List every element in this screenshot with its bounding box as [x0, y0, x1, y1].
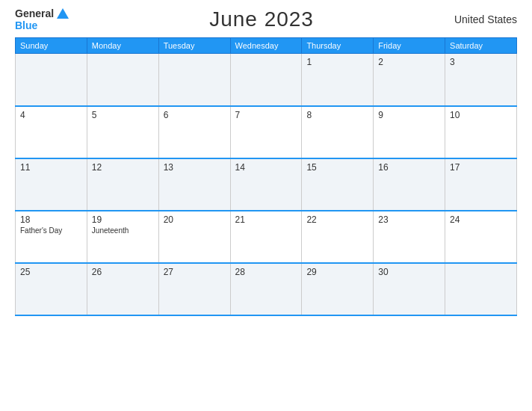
calendar-cell-w5-d1: 25	[16, 263, 87, 315]
day-number: 16	[378, 162, 440, 173]
day-number: 12	[92, 162, 154, 173]
calendar-cell-w2-d5: 8	[302, 106, 374, 158]
calendar-cell-w3-d1: 11	[16, 158, 87, 211]
day-number: 17	[450, 162, 512, 173]
calendar-cell-w1-d3	[158, 54, 230, 106]
day-number: 2	[378, 57, 440, 67]
calendar-cell-w3-d7: 17	[445, 158, 517, 211]
calendar-cell-w1-d7: 3	[445, 54, 517, 106]
day-number: 13	[164, 162, 226, 173]
country-label: United States	[454, 13, 517, 25]
calendar-cell-w3-d4: 14	[230, 158, 302, 211]
calendar-week-4: 18Father's Day19Juneteenth2021222324	[16, 211, 517, 263]
day-number: 7	[235, 110, 297, 120]
day-number: 18	[20, 214, 82, 225]
calendar-table: Sunday Monday Tuesday Wednesday Thursday…	[15, 37, 517, 316]
day-number: 6	[164, 110, 226, 120]
calendar-cell-w4-d3: 20	[158, 211, 230, 263]
col-monday: Monday	[87, 38, 158, 54]
holiday-label: Father's Day	[20, 226, 82, 235]
calendar-cell-w2-d4: 7	[230, 106, 302, 158]
day-number: 30	[378, 267, 440, 277]
calendar-cell-w2-d2: 5	[87, 106, 158, 158]
day-number: 20	[164, 214, 226, 225]
day-number: 9	[378, 110, 440, 120]
calendar-cell-w4-d2: 19Juneteenth	[87, 211, 158, 263]
calendar-header-row: Sunday Monday Tuesday Wednesday Thursday…	[16, 38, 517, 54]
calendar-cell-w5-d5: 29	[302, 263, 374, 315]
day-number: 25	[20, 267, 82, 277]
calendar-cell-w5-d3: 27	[158, 263, 230, 315]
calendar-cell-w5-d4: 28	[230, 263, 302, 315]
col-friday: Friday	[374, 38, 445, 54]
calendar-cell-w5-d2: 26	[87, 263, 158, 315]
calendar-cell-w3-d6: 16	[374, 158, 445, 211]
page-header: General Blue June 2023 United States	[15, 7, 517, 31]
calendar-cell-w2-d7: 10	[445, 106, 517, 158]
calendar-week-2: 45678910	[16, 106, 517, 158]
calendar-cell-w2-d3: 6	[158, 106, 230, 158]
logo-blue-text: Blue	[15, 19, 37, 31]
day-number: 15	[306, 162, 368, 173]
calendar-cell-w2-d1: 4	[16, 106, 87, 158]
day-number: 28	[235, 267, 297, 277]
calendar-cell-w1-d4	[230, 54, 302, 106]
col-thursday: Thursday	[302, 38, 374, 54]
calendar-cell-w1-d6: 2	[374, 54, 445, 106]
day-number: 22	[306, 214, 368, 225]
calendar-cell-w5-d7	[445, 263, 517, 315]
day-number: 26	[92, 267, 154, 277]
calendar-cell-w4-d7: 24	[445, 211, 517, 263]
col-wednesday: Wednesday	[230, 38, 302, 54]
holiday-label: Juneteenth	[92, 226, 154, 235]
calendar-week-1: 123	[16, 54, 517, 106]
day-number: 21	[235, 214, 297, 225]
calendar-cell-w1-d2	[87, 54, 158, 106]
day-number: 4	[20, 110, 82, 120]
day-number: 24	[450, 214, 512, 225]
calendar-cell-w1-d5: 1	[302, 54, 374, 106]
day-number: 29	[306, 267, 368, 277]
calendar-cell-w4-d1: 18Father's Day	[16, 211, 87, 263]
calendar-cell-w5-d6: 30	[374, 263, 445, 315]
day-number: 1	[306, 57, 368, 67]
day-number: 3	[450, 57, 512, 67]
day-number: 8	[306, 110, 368, 120]
calendar-cell-w1-d1	[16, 54, 87, 106]
col-tuesday: Tuesday	[158, 38, 230, 54]
day-number: 19	[92, 214, 154, 225]
calendar-week-5: 252627282930	[16, 263, 517, 315]
calendar-cell-w3-d3: 13	[158, 158, 230, 211]
day-number: 14	[235, 162, 297, 173]
logo-general-text: General	[15, 7, 54, 19]
calendar-cell-w3-d5: 15	[302, 158, 374, 211]
col-sunday: Sunday	[16, 38, 87, 54]
calendar-cell-w4-d5: 22	[302, 211, 374, 263]
calendar-cell-w4-d4: 21	[230, 211, 302, 263]
calendar-cell-w2-d6: 9	[374, 106, 445, 158]
col-saturday: Saturday	[445, 38, 517, 54]
logo-triangle-icon	[57, 8, 69, 19]
calendar-cell-w3-d2: 12	[87, 158, 158, 211]
calendar-cell-w4-d6: 23	[374, 211, 445, 263]
day-number: 5	[92, 110, 154, 120]
logo: General Blue	[15, 7, 69, 31]
calendar-week-3: 11121314151617	[16, 158, 517, 211]
day-number: 23	[378, 214, 440, 225]
calendar-title: June 2023	[209, 7, 314, 31]
day-number: 27	[164, 267, 226, 277]
day-number: 11	[20, 162, 82, 173]
day-number: 10	[450, 110, 512, 120]
